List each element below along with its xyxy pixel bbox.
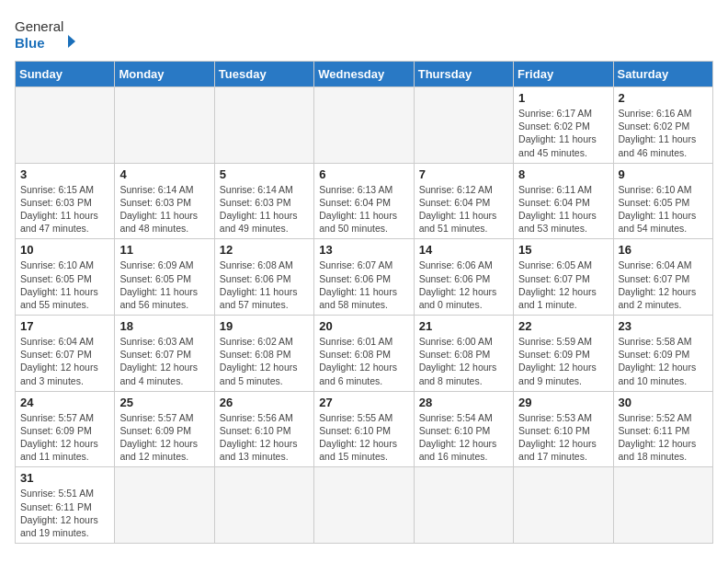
page-container: GeneralBlue SundayMondayTuesdayWednesday… [15,15,713,544]
calendar-day-cell: 8Sunrise: 6:11 AM Sunset: 6:04 PM Daylig… [514,163,613,239]
day-info: Sunrise: 6:04 AM Sunset: 6:07 PM Dayligh… [619,259,708,311]
day-number: 4 [119,167,209,181]
day-number: 30 [619,396,708,409]
calendar-day-cell: 5Sunrise: 6:14 AM Sunset: 6:03 PM Daylig… [214,163,313,239]
day-info: Sunrise: 5:57 AM Sunset: 6:09 PM Dayligh… [20,411,109,464]
calendar-week-row: 1Sunrise: 6:17 AM Sunset: 6:02 PM Daylig… [16,87,713,164]
day-number: 20 [319,319,408,333]
day-number: 5 [220,167,309,181]
calendar-day-cell: 4Sunrise: 6:14 AM Sunset: 6:03 PM Daylig… [115,163,214,239]
day-number: 15 [518,243,608,257]
calendar-week-row: 10Sunrise: 6:10 AM Sunset: 6:05 PM Dayli… [16,239,713,316]
calendar-day-cell: 7Sunrise: 6:12 AM Sunset: 6:04 PM Daylig… [414,163,513,239]
day-info: Sunrise: 5:58 AM Sunset: 6:09 PM Dayligh… [619,335,708,387]
day-info: Sunrise: 6:10 AM Sunset: 6:05 PM Dayligh… [20,259,109,311]
svg-text:Blue: Blue [15,35,45,51]
day-info: Sunrise: 6:13 AM Sunset: 6:04 PM Dayligh… [319,183,408,236]
day-number: 12 [220,243,309,257]
day-number: 23 [619,319,708,333]
day-info: Sunrise: 6:11 AM Sunset: 6:04 PM Dayligh… [518,183,608,236]
calendar-day-cell: 26Sunrise: 5:56 AM Sunset: 6:10 PM Dayli… [214,391,313,467]
logo: GeneralBlue [15,15,88,53]
day-number: 8 [518,167,608,181]
calendar-day-cell: 3Sunrise: 6:15 AM Sunset: 6:03 PM Daylig… [16,163,115,239]
day-number: 6 [319,167,408,181]
weekday-header-tuesday: Tuesday [214,62,313,87]
calendar-day-cell: 24Sunrise: 5:57 AM Sunset: 6:09 PM Dayli… [16,391,115,467]
day-number: 21 [419,319,508,333]
day-info: Sunrise: 6:10 AM Sunset: 6:05 PM Dayligh… [619,183,708,236]
day-info: Sunrise: 6:06 AM Sunset: 6:06 PM Dayligh… [419,259,508,311]
calendar-day-cell: 29Sunrise: 5:53 AM Sunset: 6:10 PM Dayli… [514,391,613,467]
day-number: 31 [20,471,109,485]
day-info: Sunrise: 6:04 AM Sunset: 6:07 PM Dayligh… [20,335,109,387]
day-number: 26 [220,396,309,409]
weekday-header-sunday: Sunday [16,62,115,87]
day-info: Sunrise: 6:08 AM Sunset: 6:06 PM Dayligh… [220,259,309,311]
calendar-day-cell: 15Sunrise: 6:05 AM Sunset: 6:07 PM Dayli… [514,239,613,316]
day-number: 9 [619,167,708,181]
day-info: Sunrise: 6:12 AM Sunset: 6:04 PM Dayligh… [419,183,508,236]
day-info: Sunrise: 5:52 AM Sunset: 6:11 PM Dayligh… [619,411,708,464]
day-number: 11 [119,243,209,257]
day-info: Sunrise: 6:01 AM Sunset: 6:08 PM Dayligh… [319,335,408,387]
calendar-day-cell: 22Sunrise: 5:59 AM Sunset: 6:09 PM Dayli… [514,316,613,392]
calendar-day-cell: 10Sunrise: 6:10 AM Sunset: 6:05 PM Dayli… [16,239,115,316]
day-number: 17 [20,319,109,333]
calendar-day-cell: 30Sunrise: 5:52 AM Sunset: 6:11 PM Dayli… [613,391,712,467]
weekday-header-row: SundayMondayTuesdayWednesdayThursdayFrid… [16,62,713,87]
calendar-day-cell [314,87,414,164]
calendar-week-row: 17Sunrise: 6:04 AM Sunset: 6:07 PM Dayli… [16,316,713,392]
calendar-day-cell: 13Sunrise: 6:07 AM Sunset: 6:06 PM Dayli… [314,239,414,316]
calendar-week-row: 31Sunrise: 5:51 AM Sunset: 6:11 PM Dayli… [16,467,713,544]
calendar-day-cell: 23Sunrise: 5:58 AM Sunset: 6:09 PM Dayli… [613,316,712,392]
calendar-table: SundayMondayTuesdayWednesdayThursdayFrid… [15,61,713,544]
calendar-day-cell: 20Sunrise: 6:01 AM Sunset: 6:08 PM Dayli… [314,316,414,392]
day-info: Sunrise: 5:57 AM Sunset: 6:09 PM Dayligh… [119,411,209,464]
day-info: Sunrise: 6:15 AM Sunset: 6:03 PM Dayligh… [20,183,109,236]
calendar-day-cell: 21Sunrise: 6:00 AM Sunset: 6:08 PM Dayli… [414,316,513,392]
day-number: 28 [419,396,508,409]
calendar-day-cell: 12Sunrise: 6:08 AM Sunset: 6:06 PM Dayli… [214,239,313,316]
calendar-day-cell: 17Sunrise: 6:04 AM Sunset: 6:07 PM Dayli… [16,316,115,392]
generalblue-logo-icon: GeneralBlue [15,15,88,53]
calendar-day-cell: 9Sunrise: 6:10 AM Sunset: 6:05 PM Daylig… [613,163,712,239]
calendar-week-row: 3Sunrise: 6:15 AM Sunset: 6:03 PM Daylig… [16,163,713,239]
calendar-day-cell [115,467,214,544]
weekday-header-saturday: Saturday [613,62,712,87]
calendar-day-cell: 19Sunrise: 6:02 AM Sunset: 6:08 PM Dayli… [214,316,313,392]
day-info: Sunrise: 6:07 AM Sunset: 6:06 PM Dayligh… [319,259,408,311]
calendar-day-cell: 27Sunrise: 5:55 AM Sunset: 6:10 PM Dayli… [314,391,414,467]
day-number: 3 [20,167,109,181]
day-info: Sunrise: 5:55 AM Sunset: 6:10 PM Dayligh… [319,411,408,464]
day-info: Sunrise: 6:14 AM Sunset: 6:03 PM Dayligh… [119,183,209,236]
day-number: 25 [119,396,209,409]
day-number: 10 [20,243,109,257]
day-info: Sunrise: 5:51 AM Sunset: 6:11 PM Dayligh… [20,487,109,539]
day-number: 27 [319,396,408,409]
day-number: 22 [518,319,608,333]
day-info: Sunrise: 6:14 AM Sunset: 6:03 PM Dayligh… [220,183,309,236]
header: GeneralBlue [15,15,713,53]
calendar-day-cell: 25Sunrise: 5:57 AM Sunset: 6:09 PM Dayli… [115,391,214,467]
weekday-header-thursday: Thursday [414,62,513,87]
day-number: 13 [319,243,408,257]
day-number: 16 [619,243,708,257]
calendar-day-cell: 14Sunrise: 6:06 AM Sunset: 6:06 PM Dayli… [414,239,513,316]
calendar-day-cell: 18Sunrise: 6:03 AM Sunset: 6:07 PM Dayli… [115,316,214,392]
svg-marker-2 [68,35,75,48]
day-info: Sunrise: 6:17 AM Sunset: 6:02 PM Dayligh… [518,107,608,159]
day-info: Sunrise: 6:00 AM Sunset: 6:08 PM Dayligh… [419,335,508,387]
calendar-day-cell: 2Sunrise: 6:16 AM Sunset: 6:02 PM Daylig… [613,87,712,164]
calendar-day-cell [115,87,214,164]
weekday-header-friday: Friday [514,62,613,87]
day-info: Sunrise: 6:05 AM Sunset: 6:07 PM Dayligh… [518,259,608,311]
calendar-day-cell [414,87,513,164]
calendar-day-cell [214,87,313,164]
day-number: 7 [419,167,508,181]
day-number: 19 [220,319,309,333]
calendar-day-cell [214,467,313,544]
calendar-day-cell [314,467,414,544]
weekday-header-monday: Monday [115,62,214,87]
calendar-day-cell [414,467,513,544]
